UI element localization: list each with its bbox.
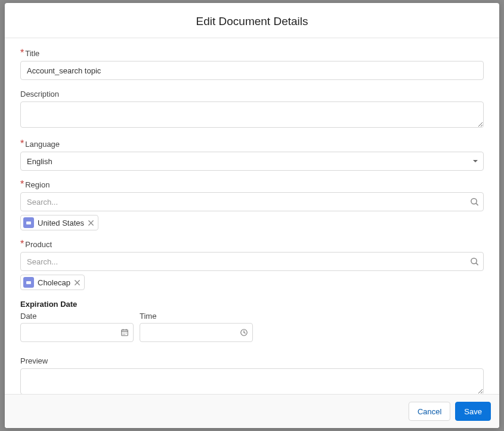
- preview-textarea[interactable]: [20, 368, 484, 394]
- modal-body: *Title Description *Language English: [5, 38, 499, 394]
- title-input[interactable]: [20, 61, 484, 80]
- date-sublabel: Date: [20, 312, 134, 321]
- time-sublabel: Time: [140, 312, 253, 321]
- record-icon: [23, 277, 34, 288]
- date-input[interactable]: [20, 323, 134, 342]
- modal-header: Edit Document Details: [5, 3, 499, 38]
- description-group: Description: [20, 88, 484, 130]
- region-tag: United States: [20, 215, 98, 230]
- expiration-label: Expiration Date: [20, 300, 77, 309]
- region-search-input[interactable]: [20, 192, 484, 211]
- product-label: Product: [25, 240, 52, 249]
- title-label: Title: [25, 49, 39, 58]
- required-asterisk: *: [20, 179, 24, 189]
- preview-group: Preview: [20, 355, 484, 394]
- modal-footer: Cancel Save: [5, 394, 499, 428]
- svg-point-15: [124, 333, 125, 333]
- product-group: *Product Cholecap: [20, 239, 484, 290]
- product-search-input[interactable]: [20, 252, 484, 271]
- search-icon: [470, 257, 479, 266]
- svg-point-16: [126, 333, 126, 333]
- svg-point-17: [123, 334, 123, 335]
- remove-region-tag-button[interactable]: [88, 220, 94, 226]
- svg-rect-2: [26, 221, 31, 224]
- product-tag: Cholecap: [20, 275, 85, 290]
- calendar-icon[interactable]: [120, 328, 129, 337]
- description-textarea[interactable]: [20, 101, 484, 128]
- record-icon: [23, 217, 34, 228]
- svg-line-6: [476, 263, 478, 265]
- required-asterisk: *: [20, 48, 24, 58]
- expiration-group: Expiration Date Date Time: [20, 298, 484, 342]
- required-asterisk: *: [20, 239, 24, 249]
- modal-title: Edit Document Details: [19, 15, 485, 28]
- region-tag-label: United States: [38, 218, 84, 227]
- title-group: *Title: [20, 48, 484, 80]
- region-group: *Region United States: [20, 179, 484, 230]
- language-group: *Language English: [20, 138, 484, 171]
- region-label: Region: [25, 180, 50, 189]
- required-asterisk: *: [20, 138, 24, 149]
- svg-point-14: [123, 333, 123, 333]
- product-tag-label: Cholecap: [38, 278, 70, 287]
- language-label: Language: [25, 140, 60, 149]
- clock-icon[interactable]: [240, 328, 248, 337]
- svg-rect-7: [26, 281, 31, 284]
- description-label: Description: [20, 90, 59, 98]
- edit-document-modal: Edit Document Details *Title Description…: [5, 3, 499, 428]
- time-input[interactable]: [140, 323, 253, 342]
- svg-line-21: [244, 333, 245, 333]
- cancel-button[interactable]: Cancel: [409, 402, 450, 421]
- language-select[interactable]: English: [20, 152, 484, 171]
- preview-label: Preview: [20, 356, 48, 365]
- svg-point-18: [124, 334, 125, 335]
- search-icon: [470, 198, 479, 207]
- remove-product-tag-button[interactable]: [74, 279, 81, 286]
- svg-line-1: [476, 204, 478, 205]
- save-button[interactable]: Save: [455, 402, 491, 421]
